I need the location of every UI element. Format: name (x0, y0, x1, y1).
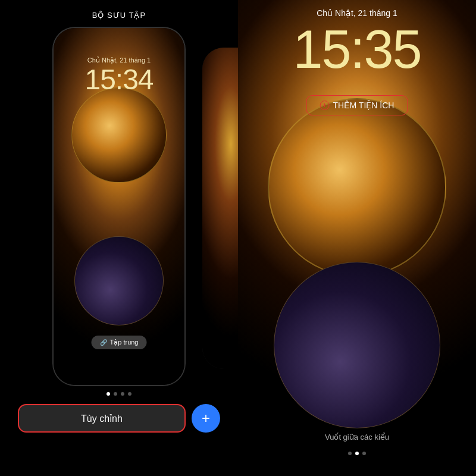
dot-1 (107, 392, 110, 396)
phone-peek (202, 48, 238, 369)
dot-2 (114, 392, 117, 396)
add-widget-plus-icon: + (320, 101, 330, 110)
right-panel: Chủ Nhật, 21 tháng 1 15:35 + THÊM TIỆN Í… (238, 0, 476, 476)
dot-r3 (362, 452, 366, 455)
customize-button[interactable]: Tùy chỉnh (18, 404, 186, 433)
phone-mockup-left: Chủ Nhật, 21 tháng 1 15:34 🔗 Tập trung (54, 28, 184, 385)
dot-r1 (348, 452, 352, 455)
right-date: Chủ Nhật, 21 tháng 1 (317, 8, 397, 18)
left-panel: BỘ SƯU TẬP Chủ Nhật, 21 tháng 1 15:34 🔗 … (0, 0, 238, 476)
page-dots-left (107, 392, 131, 396)
link-icon: 🔗 (100, 339, 107, 346)
plus-icon: + (202, 410, 210, 427)
swipe-hint: Vuốt giữa các kiểu (238, 433, 476, 441)
add-widget-button[interactable]: + THÊM TIỆN ÍCH (306, 95, 408, 115)
dot-4 (128, 392, 131, 396)
left-time-date-container: Chủ Nhật, 21 tháng 1 15:34 (54, 57, 184, 94)
phone-overlay-left: Chủ Nhật, 21 tháng 1 15:34 🔗 Tập trung (54, 28, 184, 385)
phone-peek-wallpaper (202, 48, 238, 369)
right-time: 15:35 (238, 23, 476, 76)
right-overlay: Chủ Nhật, 21 tháng 1 15:35 + THÊM TIỆN Í… (238, 0, 476, 476)
focus-label: Tập trung (110, 339, 139, 346)
collection-title: BỘ SƯU TẬP (92, 11, 146, 20)
page-dots-right (238, 452, 476, 455)
dot-r2 (355, 452, 359, 455)
add-widget-label: THÊM TIỆN ÍCH (333, 101, 394, 110)
bottom-bar: Tùy chỉnh + (0, 404, 238, 433)
focus-pill[interactable]: 🔗 Tập trung (92, 336, 147, 349)
add-button[interactable]: + (192, 404, 220, 433)
right-status-bar: Chủ Nhật, 21 tháng 1 (238, 8, 476, 18)
left-time: 15:34 (54, 65, 184, 94)
dot-3 (121, 392, 124, 396)
